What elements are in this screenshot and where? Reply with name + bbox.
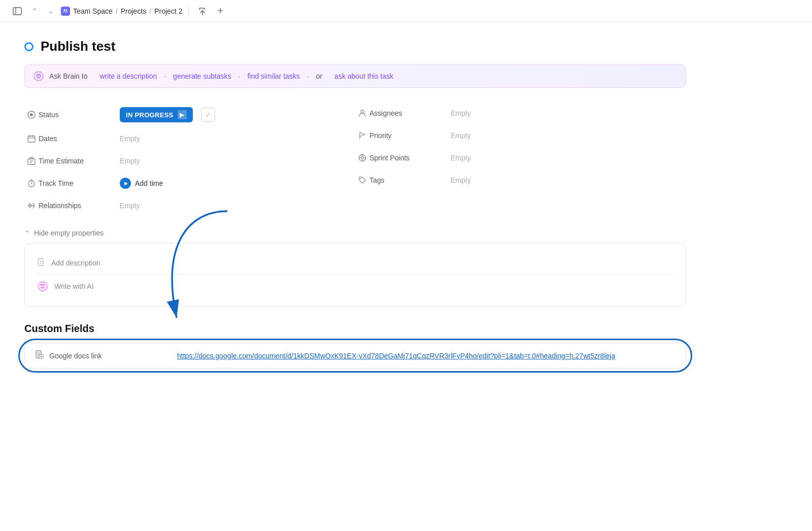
custom-fields-oval: Google docs link https://docs.google.com… xyxy=(24,343,686,369)
custom-fields-section: Custom Fields xyxy=(24,323,686,369)
svg-rect-9 xyxy=(28,136,35,142)
track-time-icon xyxy=(24,179,39,187)
priority-label: Priority xyxy=(369,131,451,140)
properties-left: Status IN PROGRESS ▶ ✓ xyxy=(24,102,355,217)
nav-divider xyxy=(188,6,189,16)
tags-icon xyxy=(355,176,369,184)
breadcrumb-project[interactable]: Project 2 xyxy=(154,7,182,15)
properties-right: Assignees Empty Priority Empty xyxy=(355,102,686,217)
priority-row: Priority Empty xyxy=(355,124,686,147)
ai-link-subtasks[interactable]: generate subtasks xyxy=(173,72,231,80)
ai-link-description[interactable]: write a description xyxy=(99,72,157,80)
google-doc-icon xyxy=(35,350,44,361)
assignees-icon xyxy=(355,109,369,117)
status-label: Status xyxy=(39,111,120,119)
track-time-label: Track Time xyxy=(39,179,120,187)
task-title-row: Publish test xyxy=(24,39,686,54)
assignees-value[interactable]: Empty xyxy=(451,109,471,117)
svg-point-21 xyxy=(361,110,364,113)
dates-icon xyxy=(24,135,39,143)
svg-point-5 xyxy=(37,76,38,77)
svg-point-29 xyxy=(360,178,361,179)
nav-actions: + xyxy=(195,4,227,18)
nav-up-arrow[interactable]: ⌃ xyxy=(28,5,41,17)
svg-point-4 xyxy=(34,72,43,81)
add-description-label: Add description xyxy=(51,259,100,267)
dates-value[interactable]: Empty xyxy=(120,135,140,143)
task-status-dot xyxy=(24,42,33,51)
sidebar-toggle[interactable] xyxy=(10,4,24,18)
priority-value[interactable]: Empty xyxy=(451,131,471,140)
breadcrumb: Team Space / Projects / Project 2 xyxy=(61,7,182,16)
document-icon xyxy=(37,258,45,268)
sprint-points-row: Sprint Points Empty xyxy=(355,147,686,169)
properties-grid: Status IN PROGRESS ▶ ✓ xyxy=(24,102,686,217)
sprint-points-label: Sprint Points xyxy=(369,154,451,162)
google-docs-link[interactable]: https://docs.google.com/document/d/1kkDS… xyxy=(177,352,615,360)
nav-down-arrow[interactable]: ⌄ xyxy=(45,5,57,17)
tags-label: Tags xyxy=(369,176,451,184)
breadcrumb-projects[interactable]: Projects xyxy=(121,7,147,15)
add-description-button[interactable]: Add description xyxy=(37,254,673,272)
ai-banner: Ask Brain to write a description · gener… xyxy=(24,64,686,88)
svg-point-6 xyxy=(40,76,41,77)
brain-icon xyxy=(33,71,44,82)
table-row: Google docs link https://docs.google.com… xyxy=(25,343,686,368)
write-with-ai-button[interactable]: Write with AI xyxy=(37,277,673,296)
status-button[interactable]: IN PROGRESS ▶ xyxy=(120,107,193,122)
description-divider xyxy=(37,274,673,275)
description-box: Add description Write with AI xyxy=(24,243,686,307)
status-icon xyxy=(24,111,39,119)
relationships-row: Relationships Empty xyxy=(24,194,355,217)
svg-rect-0 xyxy=(13,8,21,15)
time-estimate-label: Time Estimate xyxy=(39,157,120,165)
ai-prefix: Ask Brain to xyxy=(49,72,87,80)
svg-point-34 xyxy=(38,282,47,291)
dates-row: Dates Empty xyxy=(24,127,355,150)
priority-icon xyxy=(355,131,369,140)
share-icon[interactable] xyxy=(195,4,209,18)
custom-fields-title: Custom Fields xyxy=(24,323,686,335)
custom-fields-table: Google docs link https://docs.google.com… xyxy=(24,343,686,369)
time-estimate-value[interactable]: Empty xyxy=(120,157,140,165)
status-value: IN PROGRESS xyxy=(126,111,174,119)
track-time-row: Track Time ▶ Add time xyxy=(24,172,355,194)
ai-write-icon xyxy=(37,281,48,292)
assignees-label: Assignees xyxy=(369,109,451,117)
team-space-icon xyxy=(61,7,70,16)
ai-or: or xyxy=(316,72,322,80)
plus-icon[interactable]: + xyxy=(213,4,227,18)
relationships-icon xyxy=(24,202,39,210)
write-ai-label: Write with AI xyxy=(54,282,94,290)
breadcrumb-team[interactable]: Team Space xyxy=(73,7,113,15)
ai-link-ask[interactable]: ask about this task xyxy=(334,72,393,80)
ai-link-similar[interactable]: find similar tasks xyxy=(247,72,299,80)
assignees-row: Assignees Empty xyxy=(355,102,686,124)
time-estimate-icon xyxy=(24,157,39,165)
top-nav: ⌃ ⌄ Team Space / Projects / Project 2 + xyxy=(0,0,812,22)
svg-point-3 xyxy=(66,9,67,11)
svg-point-8 xyxy=(30,113,33,116)
status-arrow-icon: ▶ xyxy=(178,110,187,119)
hide-empty-button[interactable]: ⌃ Hide empty properties xyxy=(24,223,686,243)
sprint-points-icon xyxy=(355,154,369,162)
svg-rect-14 xyxy=(28,159,35,164)
tags-row: Tags Empty xyxy=(355,169,686,191)
chevron-up-icon: ⌃ xyxy=(24,229,30,237)
play-icon: ▶ xyxy=(120,178,131,189)
sprint-points-value[interactable]: Empty xyxy=(451,154,471,162)
relationships-value[interactable]: Empty xyxy=(120,202,140,210)
main-content: Publish test Ask Brain to write a descri… xyxy=(0,22,710,385)
time-estimate-row: Time Estimate Empty xyxy=(24,150,355,172)
dates-label: Dates xyxy=(39,135,120,143)
add-time-button[interactable]: ▶ Add time xyxy=(120,178,163,189)
task-title: Publish test xyxy=(41,39,115,54)
google-docs-field-name: Google docs link xyxy=(35,350,177,361)
status-row: Status IN PROGRESS ▶ ✓ xyxy=(24,102,355,127)
google-docs-field-label: Google docs link xyxy=(49,352,102,360)
relationships-label: Relationships xyxy=(39,202,120,210)
add-time-label: Add time xyxy=(135,179,163,187)
tags-value[interactable]: Empty xyxy=(451,176,471,184)
status-check-button[interactable]: ✓ xyxy=(201,108,215,122)
svg-point-24 xyxy=(361,157,364,159)
